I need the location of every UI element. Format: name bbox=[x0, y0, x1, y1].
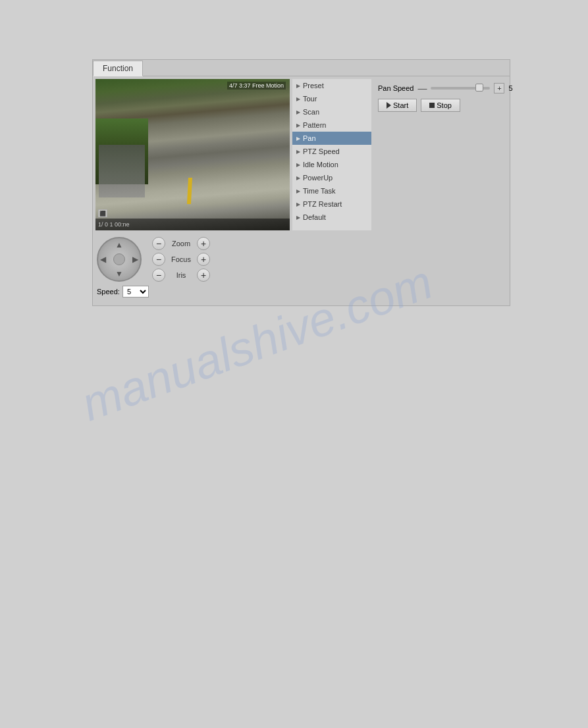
zoom-label: Zoom bbox=[169, 240, 193, 247]
main-panel: Function 4/7 3:37 Free Motion 1/ 0 1 00:… bbox=[92, 59, 510, 306]
zoom-plus-button[interactable]: + bbox=[197, 237, 210, 250]
pan-speed-plus-box[interactable]: + bbox=[494, 83, 504, 93]
menu-item-pattern[interactable]: ▶ Pattern bbox=[292, 118, 371, 132]
speed-row: Speed: 1 2 3 4 5 6 7 8 bbox=[93, 284, 510, 299]
menu-item-tour[interactable]: ▶ Tour bbox=[292, 92, 371, 105]
arrow-time-task: ▶ bbox=[296, 188, 300, 194]
menu-label-pan: Pan bbox=[303, 134, 316, 142]
joystick-right-arrow[interactable]: ▶ bbox=[132, 255, 138, 264]
tab-bar: Function bbox=[93, 60, 510, 76]
stop-button[interactable]: Stop bbox=[421, 99, 460, 112]
right-panel: Pan Speed — + 5 Start Stop bbox=[374, 79, 519, 230]
joystick-center bbox=[113, 253, 125, 265]
zoom-minus-button[interactable]: − bbox=[152, 237, 165, 250]
menu-label-time-task: Time Task bbox=[303, 187, 336, 195]
stop-icon bbox=[429, 103, 435, 108]
menu-item-idle-motion[interactable]: ▶ Idle Motion bbox=[292, 158, 371, 171]
arrow-pan: ▶ bbox=[296, 136, 300, 142]
joystick-left-arrow[interactable]: ◀ bbox=[100, 255, 106, 264]
menu-label-pattern: Pattern bbox=[303, 121, 326, 129]
cars-area bbox=[99, 145, 145, 197]
tab-function[interactable]: Function bbox=[93, 61, 143, 76]
content-area: 4/7 3:37 Free Motion 1/ 0 1 00:ne ⬛ ▶ Pr… bbox=[93, 76, 510, 233]
menu-item-preset[interactable]: ▶ Preset bbox=[292, 79, 371, 92]
menu-label-ptz-restart: PTZ Restart bbox=[303, 200, 342, 208]
pan-speed-value: 5 bbox=[508, 84, 515, 92]
menu-item-ptz-speed[interactable]: ▶ PTZ Speed bbox=[292, 145, 371, 158]
arrow-ptz-speed: ▶ bbox=[296, 149, 300, 155]
pan-speed-row: Pan Speed — + 5 bbox=[378, 83, 515, 93]
iris-row: − Iris + bbox=[152, 269, 210, 282]
controls-area: ▲ ▼ ◀ ▶ − Zoom + − Focus + − Iris + bbox=[93, 233, 510, 284]
speed-select[interactable]: 1 2 3 4 5 6 7 8 bbox=[122, 286, 149, 298]
menu-label-idle-motion: Idle Motion bbox=[303, 161, 338, 169]
pan-speed-label: Pan Speed bbox=[378, 84, 414, 92]
menu-label-preset: Preset bbox=[303, 82, 324, 90]
buttons-row: Start Stop bbox=[378, 99, 515, 112]
arrow-scan: ▶ bbox=[296, 109, 300, 115]
ptz-joystick[interactable]: ▲ ▼ ◀ ▶ bbox=[97, 237, 142, 282]
stop-label: Stop bbox=[437, 101, 452, 109]
focus-plus-button[interactable]: + bbox=[197, 253, 210, 266]
arrow-powerup: ▶ bbox=[296, 175, 300, 181]
zoom-focus-iris-controls: − Zoom + − Focus + − Iris + bbox=[152, 237, 210, 282]
start-label: Start bbox=[393, 101, 408, 109]
joystick-down-arrow[interactable]: ▼ bbox=[115, 269, 123, 278]
iris-plus-button[interactable]: + bbox=[197, 269, 210, 282]
camera-bottom-bar: 1/ 0 1 00:ne bbox=[95, 219, 290, 230]
menu-item-default[interactable]: ▶ Default bbox=[292, 211, 371, 224]
menu-item-powerup[interactable]: ▶ PowerUp bbox=[292, 171, 371, 184]
camera-timestamp: 1/ 0 1 00:ne bbox=[98, 221, 130, 228]
camera-overlay-text: 4/7 3:37 Free Motion bbox=[227, 82, 286, 90]
pan-speed-slider[interactable] bbox=[431, 87, 490, 90]
zoom-row: − Zoom + bbox=[152, 237, 210, 250]
menu-panel: ▶ Preset ▶ Tour ▶ Scan ▶ Pattern ▶ Pan ▶… bbox=[292, 79, 371, 230]
iris-minus-button[interactable]: − bbox=[152, 269, 165, 282]
pan-speed-minus-icon: — bbox=[417, 84, 427, 93]
start-button[interactable]: Start bbox=[378, 99, 417, 112]
focus-minus-button[interactable]: − bbox=[152, 253, 165, 266]
arrow-default: ▶ bbox=[296, 215, 300, 221]
menu-label-scan: Scan bbox=[303, 108, 319, 116]
menu-label-default: Default bbox=[303, 213, 326, 221]
arrow-pattern: ▶ bbox=[296, 122, 300, 128]
arrow-ptz-restart: ▶ bbox=[296, 201, 300, 207]
focus-row: − Focus + bbox=[152, 253, 210, 266]
menu-label-tour: Tour bbox=[303, 95, 317, 103]
menu-item-scan[interactable]: ▶ Scan bbox=[292, 105, 371, 118]
camera-icon[interactable]: ⬛ bbox=[98, 209, 107, 217]
play-icon bbox=[387, 102, 391, 109]
menu-label-powerup: PowerUp bbox=[303, 174, 333, 182]
arrow-idle-motion: ▶ bbox=[296, 162, 300, 168]
joystick-up-arrow[interactable]: ▲ bbox=[115, 240, 123, 249]
menu-item-pan[interactable]: ▶ Pan bbox=[292, 132, 371, 145]
menu-label-ptz-speed: PTZ Speed bbox=[303, 147, 340, 155]
slider-thumb bbox=[475, 84, 483, 91]
camera-feed: 4/7 3:37 Free Motion 1/ 0 1 00:ne ⬛ bbox=[95, 79, 290, 230]
arrow-tour: ▶ bbox=[296, 96, 300, 102]
speed-label: Speed: bbox=[97, 288, 120, 296]
menu-item-time-task[interactable]: ▶ Time Task bbox=[292, 184, 371, 197]
arrow-preset: ▶ bbox=[296, 83, 300, 89]
camera-image bbox=[95, 79, 290, 230]
menu-item-ptz-restart[interactable]: ▶ PTZ Restart bbox=[292, 197, 371, 211]
focus-label: Focus bbox=[169, 255, 193, 263]
iris-label: Iris bbox=[169, 271, 193, 279]
